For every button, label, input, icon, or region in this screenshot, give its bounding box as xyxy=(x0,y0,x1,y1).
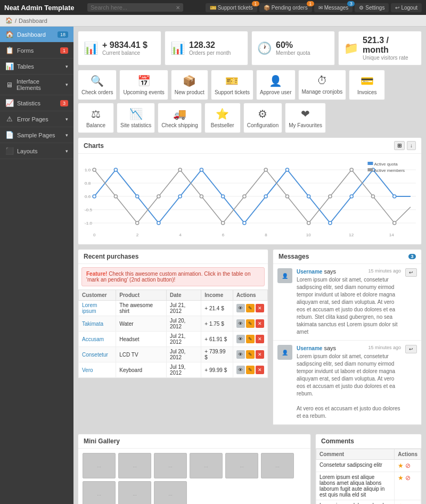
content-area: 📊 + 9834.41 $ Current balance 📊 128.32 O… xyxy=(73,27,426,504)
customer-link-4[interactable]: Vero xyxy=(82,367,93,373)
stat-card-3: 📁 521.3 / month Unique visitors rate xyxy=(338,31,422,65)
action-icon-8: 📉 xyxy=(129,108,143,120)
reply-btn-1[interactable]: ↩ xyxy=(405,345,417,353)
comment-delete-icon-1[interactable]: ⊘ xyxy=(405,474,411,482)
chart-header: Charts ⊞ ↓ xyxy=(78,138,421,154)
action-btn-11[interactable]: ⚙ Configuration xyxy=(243,103,282,133)
col-customer: Customer xyxy=(79,290,116,301)
action-btn-4[interactable]: 👤 Approve user xyxy=(256,70,295,100)
star-icon-0[interactable]: ★ xyxy=(398,462,404,469)
svg-point-32 xyxy=(243,195,246,198)
action-btn-5[interactable]: ⏱ Manage cronjobs xyxy=(298,70,347,100)
mini-thumb-2[interactable]: ... xyxy=(154,453,187,478)
comments-column: Comments Comment Actions Consetetur sadi… xyxy=(315,434,422,504)
chart-icon-1[interactable]: ⊞ xyxy=(394,141,405,150)
view-icon-4[interactable]: 👁 xyxy=(236,366,245,374)
action-btn-6[interactable]: 💳 Invoices xyxy=(349,70,385,100)
comment-delete-icon-0[interactable]: ⊘ xyxy=(405,462,411,469)
sidebar-item-dashboard[interactable]: 🏠 Dashboard 18 xyxy=(0,27,73,43)
date-cell-1: Jul 20, 2012 xyxy=(166,316,201,332)
delete-icon-2[interactable]: ✕ xyxy=(256,335,264,343)
mini-thumb-4[interactable]: ... xyxy=(225,453,258,478)
delete-icon-4[interactable]: ✕ xyxy=(256,366,264,374)
view-icon-3[interactable]: 👁 xyxy=(236,350,245,359)
messages-button[interactable]: ✉ Messages 3 xyxy=(314,3,353,12)
mini-thumb-1[interactable]: ... xyxy=(118,453,151,478)
action-btn-2[interactable]: 📦 New product xyxy=(171,70,208,100)
edit-icon-1[interactable]: ✎ xyxy=(246,319,255,328)
sidebar-item-statistics[interactable]: 📈 Statistics 3 xyxy=(0,95,73,111)
reply-btn-0[interactable]: ↩ xyxy=(405,268,417,277)
star-icon-1[interactable]: ★ xyxy=(398,474,404,482)
action-btn-3[interactable]: 🎫 Support tickets xyxy=(211,70,253,100)
sidebar-item-sample-pages[interactable]: 📄 Sample Pages ▾ xyxy=(0,127,73,143)
action-btn-1[interactable]: 📅 Upcoming events xyxy=(119,70,168,100)
sidebar-statistics-label: Statistics xyxy=(17,100,40,106)
mini-thumb-5[interactable]: ... xyxy=(261,453,294,478)
svg-rect-50 xyxy=(367,168,373,171)
search-input[interactable] xyxy=(91,4,176,11)
edit-icon-4[interactable]: ✎ xyxy=(246,366,255,374)
sidebar-item-tables[interactable]: 📊 Tables ▾ xyxy=(0,59,73,75)
sidebar-interface-arrow: ▾ xyxy=(65,82,68,87)
action-btn-0[interactable]: 🔍 Check orders xyxy=(78,70,117,100)
product-cell-3: LCD TV xyxy=(116,347,167,362)
customer-link-1[interactable]: Takimata xyxy=(82,321,103,327)
mini-gallery-section: Mini Gallery ........................... xyxy=(78,434,311,504)
view-icon-0[interactable]: 👁 xyxy=(236,304,245,312)
stat-label-0: Current balance xyxy=(102,50,148,56)
search-box[interactable]: ✕ xyxy=(87,3,183,12)
customer-link-3[interactable]: Consetetur xyxy=(82,352,108,358)
brand-title: Neat Admin Template xyxy=(4,4,83,12)
row-actions-3: 👁 ✎ ✕ xyxy=(236,350,264,359)
income-cell-4: + 99.99 $ xyxy=(201,362,233,378)
edit-icon-0[interactable]: ✎ xyxy=(246,304,255,312)
chart-icon-2[interactable]: ↓ xyxy=(407,141,416,150)
col-income: Income xyxy=(201,290,233,301)
support-tickets-button[interactable]: 🎫 Support tickets 1 xyxy=(206,3,257,12)
mini-thumb-7[interactable]: ... xyxy=(118,481,151,504)
action-btn-12[interactable]: ❤ My Favourites xyxy=(285,103,326,133)
pending-orders-button[interactable]: 📦 Pending orders 1 xyxy=(259,3,312,12)
svg-text:0.8: 0.8 xyxy=(85,181,91,186)
mini-thumb-8[interactable]: ... xyxy=(154,481,187,504)
mini-gallery-header: Mini Gallery xyxy=(78,434,310,449)
date-cell-2: Jul 21, 2012 xyxy=(166,332,201,347)
logout-button[interactable]: ↩ Logout xyxy=(391,3,422,12)
settings-button[interactable]: ⚙ Settings xyxy=(355,3,389,12)
action-btn-9[interactable]: 🚚 Check shipping xyxy=(158,103,201,133)
msg-says-0: says xyxy=(322,268,336,275)
delete-icon-1[interactable]: ✕ xyxy=(256,319,264,328)
sidebar-item-forms[interactable]: 📋 Forms 1 xyxy=(0,43,73,59)
svg-point-14 xyxy=(178,195,182,198)
sidebar-item-error-pages[interactable]: ⚠ Error Pages ▾ xyxy=(0,111,73,127)
view-icon-1[interactable]: 👁 xyxy=(236,319,245,328)
edit-icon-2[interactable]: ✎ xyxy=(246,335,255,343)
mini-thumb-0[interactable]: ... xyxy=(83,453,116,478)
action-label-9: Check shipping xyxy=(161,122,198,128)
sidebar-sample-pages-label: Sample Pages xyxy=(17,132,55,138)
product-cell-4: Keyboard xyxy=(116,362,167,378)
svg-point-13 xyxy=(157,221,160,225)
action-btn-10[interactable]: ⭐ Bestseller xyxy=(204,103,241,133)
comments-table: Comment Actions Consetetur sadipscing el… xyxy=(316,449,421,504)
edit-icon-3[interactable]: ✎ xyxy=(246,350,255,359)
sidebar-item-interface[interactable]: 🖥 Interface Elements ▾ xyxy=(0,75,73,95)
view-icon-2[interactable]: 👁 xyxy=(236,335,245,343)
mini-thumb-6[interactable]: ... xyxy=(83,481,116,504)
customer-link-0[interactable]: Lorem ipsum xyxy=(82,302,97,314)
income-cell-1: + 1.75 $ xyxy=(201,316,233,332)
svg-point-39 xyxy=(393,221,396,225)
sidebar-error-pages-icon: ⚠ xyxy=(5,115,14,123)
search-clear-icon[interactable]: ✕ xyxy=(176,5,180,11)
comment-text-2: Lorem ipsum dolor sad sed quis Excepteur… xyxy=(316,500,395,505)
svg-point-30 xyxy=(200,195,203,198)
sidebar-item-layouts[interactable]: ⬛ Layouts ▾ xyxy=(0,143,73,159)
action-btn-8[interactable]: 📉 Site statistics xyxy=(117,103,155,133)
customer-link-2[interactable]: Accusam xyxy=(82,336,104,342)
mini-thumb-3[interactable]: ... xyxy=(190,453,223,478)
delete-icon-3[interactable]: ✕ xyxy=(256,350,264,359)
action-btn-7[interactable]: ⚖ Balance xyxy=(78,103,114,133)
delete-icon-0[interactable]: ✕ xyxy=(256,304,264,312)
home-icon[interactable]: 🏠 xyxy=(5,17,13,24)
